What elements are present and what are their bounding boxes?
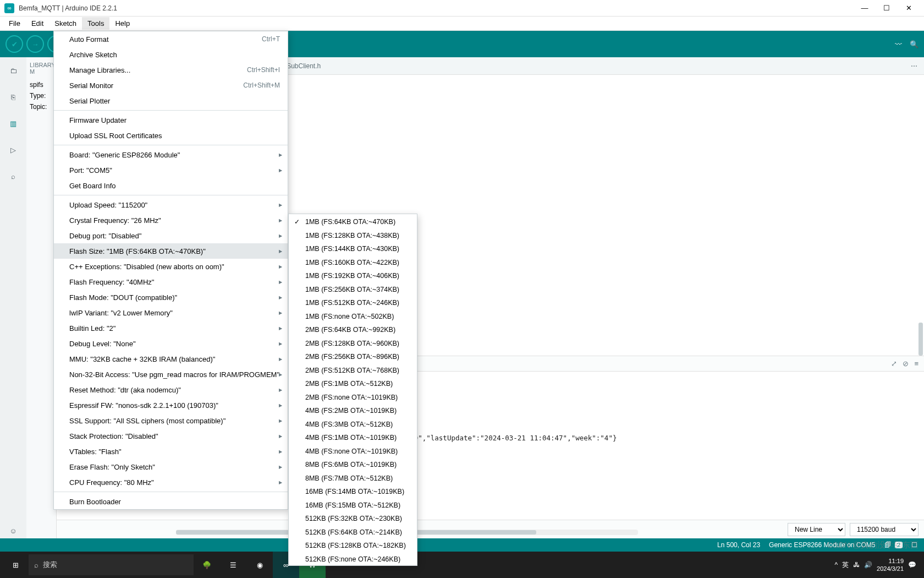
tools-menu-item[interactable]: SSL Support: "All SSL ciphers (most comp… [54,413,288,428]
serial-expand-icon[interactable]: ⤢ [891,359,897,368]
tools-menu-item[interactable]: Serial MonitorCtrl+Shift+M [54,78,288,93]
menu-item-label: Board: "Generic ESP8266 Module" [69,151,180,159]
baud-select[interactable]: 115200 baud [850,523,919,536]
side-panel-topic[interactable]: Topic: [30,101,53,112]
taskbar-search[interactable]: ⌕ 搜索 [29,554,194,575]
tools-menu-item[interactable]: C++ Exceptions: "Disabled (new aborts on… [54,259,288,274]
tools-menu-item[interactable]: Builtin Led: "2" [54,320,288,336]
flash-size-option[interactable]: 1MB (FS:144KB OTA:~430KB) [289,242,417,256]
upload-button[interactable]: → [26,35,44,53]
tools-menu-item[interactable]: Upload SSL Root Certificates [54,128,288,143]
tools-menu-item[interactable]: MMU: "32KB cache + 32KB IRAM (balanced)" [54,351,288,367]
menu-edit[interactable]: Edit [26,17,49,30]
flash-size-option[interactable]: 2MB (FS:1MB OTA:~512KB) [289,377,417,391]
vertical-scrollbar[interactable] [917,75,924,538]
close-button[interactable]: ✕ [898,0,920,17]
flash-size-option[interactable]: 1MB (FS:512KB OTA:~246KB) [289,296,417,310]
flash-size-option[interactable]: 1MB (FS:128KB OTA:~438KB) [289,229,417,243]
side-panel-search[interactable]: spifs [30,79,53,90]
flash-size-option[interactable]: 8MB (FS:7MB OTA:~512KB) [289,472,417,486]
tools-menu-item[interactable]: Auto FormatCtrl+T [54,31,288,47]
system-tray[interactable]: ^ 英 🖧 🔊 11:19 2024/3/21 💬 [834,557,922,572]
flash-size-option[interactable]: 2MB (FS:256KB OTA:~896KB) [289,350,417,364]
menu-sketch[interactable]: Sketch [49,17,82,30]
serial-monitor-icon[interactable]: 🔍 [910,40,919,48]
tools-menu-item[interactable]: Flash Frequency: "40MHz" [54,274,288,290]
flash-size-option[interactable]: 1MB (FS:160KB OTA:~422KB) [289,256,417,270]
flash-size-option[interactable]: 512KB (FS:none OTA:~246KB) [289,553,417,566]
tools-menu-item[interactable]: Port: "COM5" [54,162,288,178]
tray-network-icon[interactable]: 🖧 [853,561,860,569]
flash-size-option[interactable]: 512KB (FS:32KB OTA:~230KB) [289,512,417,526]
tools-menu-item[interactable]: Erase Flash: "Only Sketch" [54,459,288,475]
tools-menu-item[interactable]: Non-32-Bit Access: "Use pgm_read macros … [54,367,288,382]
minimize-button[interactable]: — [854,0,876,17]
verify-button[interactable]: ✔ [6,35,23,53]
tools-menu-item[interactable]: VTables: "Flash" [54,444,288,459]
tray-chevron-icon[interactable]: ^ [834,561,838,569]
flash-size-option[interactable]: 4MB (FS:3MB OTA:~512KB) [289,418,417,432]
library-manager-icon[interactable]: ▥ [6,116,21,131]
flash-size-option[interactable]: 2MB (FS:none OTA:~1019KB) [289,391,417,405]
flash-size-option[interactable]: 16MB (FS:15MB OTA:~512KB) [289,499,417,512]
flash-size-option[interactable]: 1MB (FS:192KB OTA:~406KB) [289,269,417,283]
flash-size-option[interactable]: 512KB (FS:128KB OTA:~182KB) [289,539,417,553]
status-notifications[interactable]: 🗐 2 [884,541,903,549]
tools-menu-item[interactable]: Crystal Frequency: "26 MHz" [54,212,288,228]
menu-file[interactable]: File [3,17,26,30]
flash-size-option[interactable]: 2MB (FS:64KB OTA:~992KB) [289,323,417,337]
tools-menu-item[interactable]: Flash Mode: "DOUT (compatible)" [54,290,288,305]
search-icon[interactable]: ⌕ [6,168,21,184]
taskbar-chrome[interactable]: ◉ [246,552,273,578]
tools-menu-item[interactable]: Board: "Generic ESP8266 Module" [54,147,288,162]
flash-size-option[interactable]: 4MB (FS:2MB OTA:~1019KB) [289,404,417,418]
tools-menu-item[interactable]: CPU Frequency: "80 MHz" [54,475,288,490]
tray-volume-icon[interactable]: 🔊 [864,561,872,569]
status-board[interactable]: Generic ESP8266 Module on COM5 [769,541,875,549]
tools-menu-item[interactable]: Upload Speed: "115200" [54,197,288,212]
tools-menu-item[interactable]: Flash Size: "1MB (FS:64KB OTA:~470KB)" [54,243,288,259]
taskbar-clock[interactable]: 11:19 2024/3/21 [877,557,904,572]
flash-size-option[interactable]: 512KB (FS:64KB OTA:~214KB) [289,526,417,539]
flash-size-option[interactable]: 1MB (FS:none OTA:~502KB) [289,310,417,324]
menu-item-label: Stack Protection: "Disabled" [69,432,158,440]
flash-size-option[interactable]: 4MB (FS:none OTA:~1019KB) [289,445,417,459]
flash-size-option[interactable]: 2MB (FS:128KB OTA:~960KB) [289,337,417,351]
tools-menu-item[interactable]: Debug port: "Disabled" [54,228,288,243]
tray-ime-icon[interactable]: 英 [842,560,849,570]
tools-menu-item[interactable]: Get Board Info [54,178,288,193]
flash-size-option[interactable]: 4MB (FS:1MB OTA:~1019KB) [289,431,417,445]
tools-menu-item[interactable]: Espressif FW: "nonos-sdk 2.2.1+100 (1907… [54,397,288,413]
tools-menu-item[interactable]: Stack Protection: "Disabled" [54,428,288,444]
flash-size-option[interactable]: 16MB (FS:14MB OTA:~1019KB) [289,485,417,499]
debug-icon[interactable]: ▷ [6,142,21,157]
task-view-icon[interactable]: ☰ [220,552,246,578]
tools-menu-item[interactable]: Manage Libraries...Ctrl+Shift+I [54,62,288,78]
tools-menu-item[interactable]: Burn Bootloader [54,494,288,509]
tools-menu-item[interactable]: Debug Level: "None" [54,336,288,351]
tools-menu-item[interactable]: Firmware Updater [54,112,288,128]
tools-menu-item[interactable]: lwIP Variant: "v2 Lower Memory" [54,305,288,320]
tools-menu-item[interactable]: Serial Plotter [54,93,288,108]
taskbar-app-1[interactable]: 🌳 [194,552,220,578]
flash-size-option[interactable]: 2MB (FS:512KB OTA:~768KB) [289,364,417,378]
flash-size-option[interactable]: 1MB (FS:64KB OTA:~470KB) [289,215,417,229]
serial-plotter-icon[interactable]: 〰 [895,40,902,48]
flash-size-option[interactable]: 1MB (FS:256KB OTA:~374KB) [289,283,417,297]
start-button[interactable]: ⊞ [2,552,29,578]
tools-menu-item[interactable]: Reset Method: "dtr (aka nodemcu)" [54,382,288,397]
maximize-button[interactable]: ☐ [876,0,898,17]
status-close-icon[interactable]: ☐ [911,541,917,549]
tools-menu-item[interactable]: Archive Sketch [54,47,288,62]
menu-tools[interactable]: Tools [82,17,109,30]
boards-manager-icon[interactable]: ⎘ [6,89,21,105]
serial-clear-icon[interactable]: ⊘ [903,359,909,368]
sketchbook-icon[interactable]: 🗀 [6,63,21,78]
tabs-overflow[interactable]: ⋯ [904,62,924,70]
flash-size-option[interactable]: 8MB (FS:6MB OTA:~1019KB) [289,458,417,472]
line-ending-select[interactable]: New Line [788,523,845,536]
side-panel-type[interactable]: Type: [30,90,53,101]
account-icon[interactable]: ☺ [6,523,21,538]
menu-help[interactable]: Help [109,17,135,30]
tray-notifications-icon[interactable]: 💬 [908,561,916,569]
